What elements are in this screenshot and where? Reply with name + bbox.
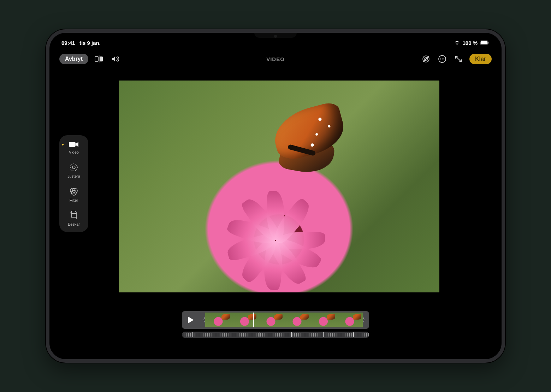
ruler-tick-major (260, 332, 260, 337)
flower-petals (191, 182, 367, 288)
notch (254, 33, 297, 38)
status-date: tis 9 jan. (79, 40, 101, 46)
sidebar-item-justera[interactable]: Justera (61, 163, 86, 178)
sidebar-item-beskar[interactable]: Beskär (61, 211, 86, 226)
status-bar: 09:41 tis 9 jan. 100 % (49, 38, 502, 48)
svg-point-16 (72, 166, 75, 169)
svg-rect-3 (95, 57, 98, 61)
sidebar-item-label: Video (69, 150, 79, 154)
video-timeline[interactable]: 〈 〉 (182, 311, 369, 329)
editor-topbar: Avbryt VIDEO Klar (49, 51, 502, 67)
volume-icon[interactable] (110, 54, 121, 64)
editor-mode-title: VIDEO (266, 56, 285, 62)
status-left: 09:41 tis 9 jan. (61, 40, 101, 46)
butterfly (273, 109, 386, 179)
sidebar-item-video[interactable]: Video (61, 141, 86, 154)
cancel-button[interactable]: Avbryt (59, 54, 88, 64)
status-time: 09:41 (61, 40, 75, 46)
video-preview[interactable] (119, 81, 439, 292)
sidebar-item-label: Beskär (68, 222, 80, 226)
ellipsis-circle-icon[interactable] (437, 54, 448, 64)
play-button[interactable] (183, 313, 198, 327)
done-button[interactable]: Klar (469, 54, 492, 64)
wifi-icon (454, 40, 460, 45)
svg-point-15 (70, 164, 77, 171)
sidebar-item-label: Filter (70, 198, 78, 202)
timeline-frame[interactable] (205, 313, 231, 327)
timeline-area: 〈 〉 (182, 311, 369, 338)
timeline-frame[interactable] (284, 313, 310, 327)
ruler-tick-major (228, 332, 228, 337)
timeline-frame[interactable] (258, 313, 284, 327)
ruler-tick-major (291, 332, 292, 337)
status-right: 100 % (454, 40, 490, 46)
timeline-ruler[interactable] (182, 332, 369, 338)
video-frame-image (119, 81, 439, 292)
video-icon (69, 141, 79, 149)
trim-handle-left[interactable]: 〈 (200, 313, 205, 327)
battery-percent: 100 % (462, 40, 478, 46)
battery-icon (480, 40, 490, 45)
timeline-frame[interactable] (310, 313, 336, 327)
sidebar-item-filter[interactable]: Filter (61, 187, 86, 202)
compare-icon[interactable] (94, 54, 105, 64)
edit-tools-sidebar: Video Justera Filter Beskär (59, 135, 88, 232)
ruler-tick-major (323, 332, 324, 337)
playhead[interactable] (253, 313, 254, 327)
filter-icon (69, 187, 78, 197)
ruler-ticks (182, 332, 369, 338)
timeline-frame[interactable] (337, 313, 363, 327)
trim-handle-right[interactable]: 〉 (363, 313, 368, 327)
sidebar-item-label: Justera (67, 174, 80, 178)
svg-rect-1 (481, 41, 488, 44)
liveoff-icon[interactable] (421, 54, 431, 64)
ipad-device-frame: 09:41 tis 9 jan. 100 % Avbryt VIDEO (46, 29, 505, 363)
timeline-frames[interactable]: 〈 〉 (200, 313, 368, 327)
svg-point-11 (440, 59, 441, 60)
svg-point-12 (442, 59, 443, 60)
adjust-icon (69, 163, 78, 173)
front-camera (274, 35, 277, 38)
svg-rect-14 (69, 142, 76, 147)
expand-icon[interactable] (453, 54, 464, 64)
svg-point-13 (443, 59, 444, 60)
crop-icon (69, 211, 78, 221)
svg-rect-2 (488, 42, 489, 44)
svg-rect-4 (100, 57, 103, 61)
